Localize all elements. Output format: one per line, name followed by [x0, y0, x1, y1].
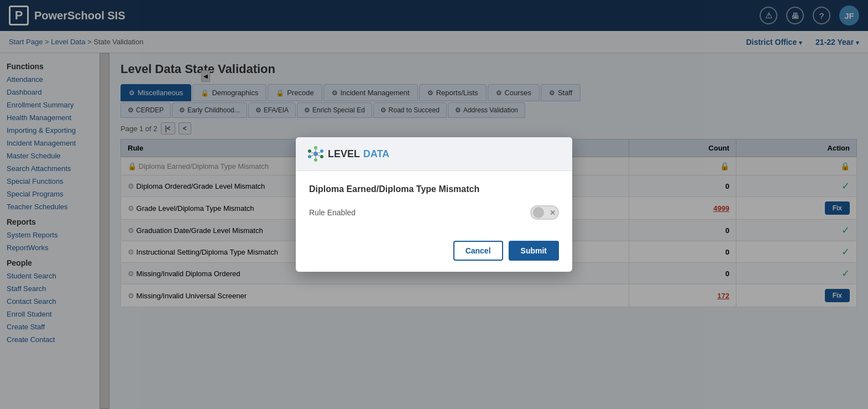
toggle-x-icon: ✕	[550, 209, 556, 217]
svg-point-2	[320, 149, 323, 153]
modal-title: Diploma Earned/Diploma Type Mismatch	[309, 184, 559, 194]
leveldata-logo: LEVEL DATA	[307, 145, 389, 163]
logo-data-text: DATA	[363, 148, 389, 160]
modal-body: Diploma Earned/Diploma Type Mismatch Rul…	[296, 171, 572, 241]
modal-dialog: LEVEL DATA Diploma Earned/Diploma Type M…	[296, 137, 572, 272]
svg-point-0	[313, 152, 318, 156]
modal-footer: Cancel Submit	[296, 241, 572, 272]
svg-line-9	[318, 155, 320, 156]
svg-point-4	[314, 158, 317, 162]
modal-header: LEVEL DATA	[296, 137, 572, 171]
svg-point-5	[308, 155, 311, 158]
submit-button[interactable]: Submit	[509, 241, 559, 261]
toggle-knob	[533, 207, 544, 218]
svg-point-3	[320, 155, 323, 158]
rule-enabled-toggle[interactable]: ✕	[530, 205, 559, 220]
leveldata-logo-svg	[307, 145, 325, 163]
cancel-button[interactable]: Cancel	[453, 241, 503, 261]
svg-point-6	[308, 149, 311, 153]
rule-enabled-label: Rule Enabled	[309, 208, 355, 217]
logo-level-text: LEVEL	[328, 148, 360, 160]
modal-rule-field: Rule Enabled ✕	[309, 205, 559, 220]
modal-overlay: LEVEL DATA Diploma Earned/Diploma Type M…	[0, 0, 868, 409]
svg-point-1	[314, 146, 317, 149]
svg-line-11	[311, 155, 313, 156]
